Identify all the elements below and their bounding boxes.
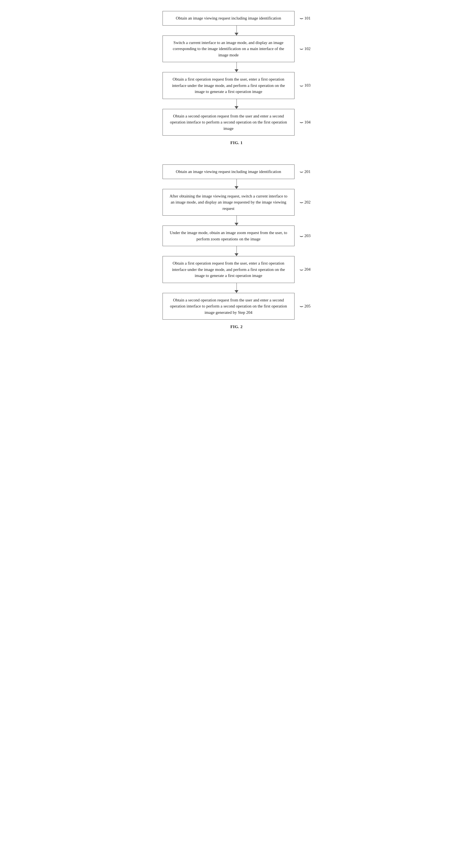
fig1-step-102-text: Switch a current interface to an image m… bbox=[173, 40, 284, 57]
fig1-step-103-id: 103 bbox=[305, 83, 311, 88]
fig2-step-205-text: Obtain a second operation request from t… bbox=[170, 298, 287, 315]
fig2-label: FIG. 2 bbox=[230, 324, 243, 329]
fig2-box-container-201: Obtain an image viewing request includin… bbox=[162, 164, 311, 179]
fig2-box-container-205: Obtain a second operation request from t… bbox=[162, 293, 311, 320]
fig2-step-204-text: Obtain a first operation request from th… bbox=[172, 261, 285, 278]
fig2-arrow-0-1 bbox=[170, 179, 303, 189]
fig2-arrow-1-2 bbox=[170, 216, 303, 225]
fig2-diagram: Obtain an image viewing request includin… bbox=[135, 164, 338, 340]
fig2-step-201-text: Obtain an image viewing request includin… bbox=[176, 169, 281, 174]
fig2-curve-202: ⌣ bbox=[299, 199, 303, 205]
fig1-box-103: Obtain a first operation request from th… bbox=[162, 72, 294, 99]
fig2-step-202-id: 202 bbox=[305, 200, 311, 205]
fig1-step-101-label: ⌣ 101 bbox=[299, 15, 311, 21]
fig2-step-204-id: 204 bbox=[305, 267, 311, 272]
fig2-arrow-2-3 bbox=[170, 246, 303, 256]
fig1-box-container-102: Switch a current interface to an image m… bbox=[162, 35, 311, 62]
fig2-curve-203: ⌣ bbox=[299, 233, 303, 239]
fig1-curve-101: ⌣ bbox=[299, 15, 303, 21]
fig2-row-202: After obtaining the image viewing reques… bbox=[135, 189, 338, 216]
fig2-row-203: Under the image mode, obtain an image zo… bbox=[135, 225, 338, 246]
fig1-step-104-label: ⌣ 104 bbox=[299, 119, 311, 125]
fig1-step-104-id: 104 bbox=[305, 120, 311, 125]
fig2-step-203-id: 203 bbox=[305, 234, 311, 238]
fig1-curve-103: ⌣ bbox=[299, 83, 303, 89]
fig2-box-202: After obtaining the image viewing reques… bbox=[162, 189, 294, 216]
fig1-curve-104: ⌣ bbox=[299, 119, 303, 125]
fig1-step-104-text: Obtain a second operation request from t… bbox=[170, 114, 287, 131]
fig1-row-104: Obtain a second operation request from t… bbox=[135, 109, 338, 136]
fig2-box-container-203: Under the image mode, obtain an image zo… bbox=[162, 225, 311, 246]
fig2-step-204-label: ⌣ 204 bbox=[299, 267, 311, 273]
fig2-step-202-text: After obtaining the image viewing reques… bbox=[169, 194, 287, 211]
fig2-box-201: Obtain an image viewing request includin… bbox=[162, 164, 294, 179]
fig2-box-203: Under the image mode, obtain an image zo… bbox=[162, 225, 294, 246]
fig1-box-container-103: Obtain a first operation request from th… bbox=[162, 72, 311, 99]
fig1-step-102-label: ⌣ 102 bbox=[299, 45, 311, 52]
fig2-box-container-202: After obtaining the image viewing reques… bbox=[162, 189, 311, 216]
fig2-box-container-204: Obtain a first operation request from th… bbox=[162, 256, 311, 283]
fig2-row-201: Obtain an image viewing request includin… bbox=[135, 164, 338, 179]
fig2-row-204: Obtain a first operation request from th… bbox=[135, 256, 338, 283]
fig1-step-103-text: Obtain a first operation request from th… bbox=[172, 77, 285, 94]
fig1-step-101-text: Obtain an image viewing request includin… bbox=[176, 16, 281, 20]
fig2-curve-201: ⌣ bbox=[299, 168, 303, 175]
fig1-box-102: Switch a current interface to an image m… bbox=[162, 35, 294, 62]
fig2-curve-204: ⌣ bbox=[299, 267, 303, 273]
fig1-box-101: Obtain an image viewing request includin… bbox=[162, 11, 294, 26]
fig2-arrow-3-4 bbox=[170, 283, 303, 293]
fig1-diagram: Obtain an image viewing request includin… bbox=[135, 11, 338, 156]
fig2-step-202-label: ⌣ 202 bbox=[299, 199, 311, 205]
fig2-step-201-id: 201 bbox=[305, 169, 311, 174]
fig1-label: FIG. 1 bbox=[230, 141, 243, 145]
fig1-step-101-id: 101 bbox=[305, 16, 311, 21]
fig2-step-203-label: ⌣ 203 bbox=[299, 233, 311, 239]
fig2-curve-205: ⌣ bbox=[299, 303, 303, 309]
fig1-row-101: Obtain an image viewing request includin… bbox=[135, 11, 338, 26]
fig1-row-103: Obtain a first operation request from th… bbox=[135, 72, 338, 99]
fig2-row-205: Obtain a second operation request from t… bbox=[135, 293, 338, 320]
fig1-box-container-101: Obtain an image viewing request includin… bbox=[162, 11, 311, 26]
fig2-box-204: Obtain a first operation request from th… bbox=[162, 256, 294, 283]
fig2-step-205-id: 205 bbox=[305, 304, 311, 309]
fig1-arrow-1-2 bbox=[170, 62, 303, 72]
fig1-arrow-0-1 bbox=[170, 26, 303, 35]
fig2-step-203-text: Under the image mode, obtain an image zo… bbox=[170, 230, 287, 241]
fig2-box-205: Obtain a second operation request from t… bbox=[162, 293, 294, 320]
fig1-box-104: Obtain a second operation request from t… bbox=[162, 109, 294, 136]
fig1-box-container-104: Obtain a second operation request from t… bbox=[162, 109, 311, 136]
fig2-step-205-label: ⌣ 205 bbox=[299, 303, 311, 309]
fig1-curve-102: ⌣ bbox=[299, 45, 303, 52]
fig1-step-102-id: 102 bbox=[305, 46, 311, 51]
fig1-arrow-2-3 bbox=[170, 99, 303, 109]
fig1-row-102: Switch a current interface to an image m… bbox=[135, 35, 338, 62]
fig2-step-201-label: ⌣ 201 bbox=[299, 168, 311, 175]
fig1-step-103-label: ⌣ 103 bbox=[299, 83, 311, 89]
